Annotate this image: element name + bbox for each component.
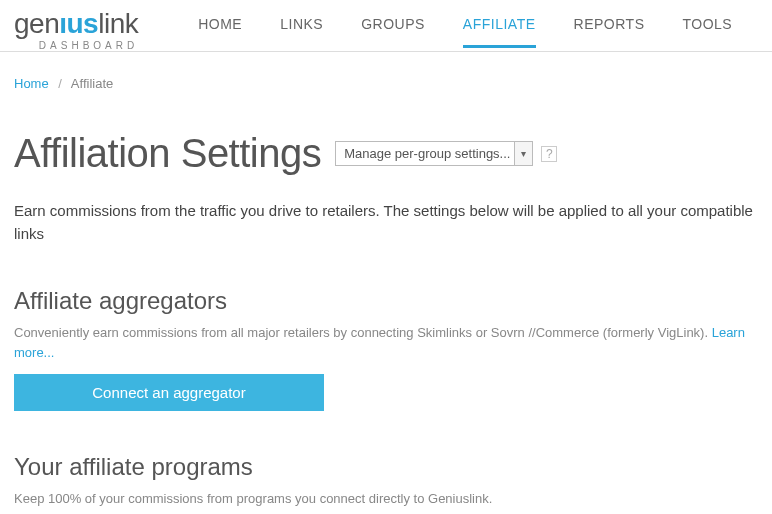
breadcrumb: Home / Affiliate <box>0 52 772 101</box>
logo-text-1: gen <box>14 8 59 39</box>
breadcrumb-home[interactable]: Home <box>14 76 49 91</box>
nav-links[interactable]: LINKS <box>280 16 323 48</box>
select-value: Manage per-group settings... <box>344 146 510 161</box>
nav-reports[interactable]: REPORTS <box>574 16 645 48</box>
chevron-down-icon: ▾ <box>514 142 532 165</box>
main-nav: HOME LINKS GROUPS AFFILIATE REPORTS TOOL… <box>198 10 732 48</box>
aggregators-heading: Affiliate aggregators <box>14 287 758 315</box>
programs-description: Keep 100% of your commissions from progr… <box>14 489 758 509</box>
page-description: Earn commissions from the traffic you dr… <box>14 200 758 245</box>
logo-text-3: link <box>98 8 138 39</box>
help-icon[interactable]: ? <box>541 146 557 162</box>
programs-heading: Your affiliate programs <box>14 453 758 481</box>
nav-home[interactable]: HOME <box>198 16 242 48</box>
nav-groups[interactable]: GROUPS <box>361 16 425 48</box>
aggregators-desc-text: Conveniently earn commissions from all m… <box>14 325 712 340</box>
nav-affiliate[interactable]: AFFILIATE <box>463 16 536 48</box>
aggregators-description: Conveniently earn commissions from all m… <box>14 323 758 362</box>
per-group-select[interactable]: Manage per-group settings... ▾ <box>335 141 533 166</box>
breadcrumb-separator: / <box>58 76 62 91</box>
logo-subtitle: DASHBOARD <box>14 40 138 51</box>
breadcrumb-current: Affiliate <box>71 76 113 91</box>
nav-tools[interactable]: TOOLS <box>683 16 733 48</box>
page-title: Affiliation Settings <box>14 131 321 176</box>
connect-aggregator-button[interactable]: Connect an aggregator <box>14 374 324 411</box>
logo[interactable]: genıuslink DASHBOARD <box>14 10 138 51</box>
logo-text-2: ıus <box>59 8 98 39</box>
